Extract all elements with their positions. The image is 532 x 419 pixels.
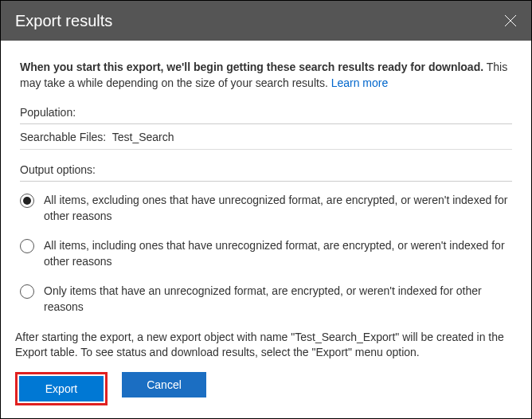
footer-note: After starting the export, a new export … <box>15 330 517 361</box>
radio-icon <box>20 194 34 208</box>
close-icon[interactable] <box>504 14 517 27</box>
population-row-value: Test_Search <box>112 131 174 143</box>
radio-label: All items, including ones that have unre… <box>44 238 512 269</box>
population-row-label: Searchable Files: <box>20 131 106 143</box>
intro-text: When you start this export, we'll begin … <box>20 60 512 91</box>
output-options-group: All items, excluding ones that have unre… <box>20 193 512 315</box>
radio-icon <box>20 239 34 253</box>
dialog-body: When you start this export, we'll begin … <box>1 41 531 330</box>
dialog-title: Export results <box>15 12 112 30</box>
export-button-highlight: Export <box>15 372 108 405</box>
cancel-button[interactable]: Cancel <box>122 372 206 397</box>
export-button[interactable]: Export <box>19 376 104 401</box>
dialog-titlebar: Export results <box>1 1 531 41</box>
radio-label: Only items that have an unrecognized for… <box>44 284 512 315</box>
dialog-footer: After starting the export, a new export … <box>1 330 531 418</box>
population-row: Searchable Files: Test_Search <box>20 124 512 151</box>
radio-option-including[interactable]: All items, including ones that have unre… <box>20 238 512 269</box>
learn-more-link[interactable]: Learn more <box>331 76 389 89</box>
output-options-label: Output options: <box>20 163 512 182</box>
radio-label: All items, excluding ones that have unre… <box>44 193 512 224</box>
radio-icon <box>20 284 34 299</box>
population-label: Population: <box>20 105 512 124</box>
button-row: Export Cancel <box>15 372 517 405</box>
export-results-dialog: Export results When you start this expor… <box>0 0 532 419</box>
radio-option-excluding[interactable]: All items, excluding ones that have unre… <box>20 193 512 224</box>
intro-strong: When you start this export, we'll begin … <box>20 61 483 73</box>
radio-option-only-unindexed[interactable]: Only items that have an unrecognized for… <box>20 284 512 315</box>
